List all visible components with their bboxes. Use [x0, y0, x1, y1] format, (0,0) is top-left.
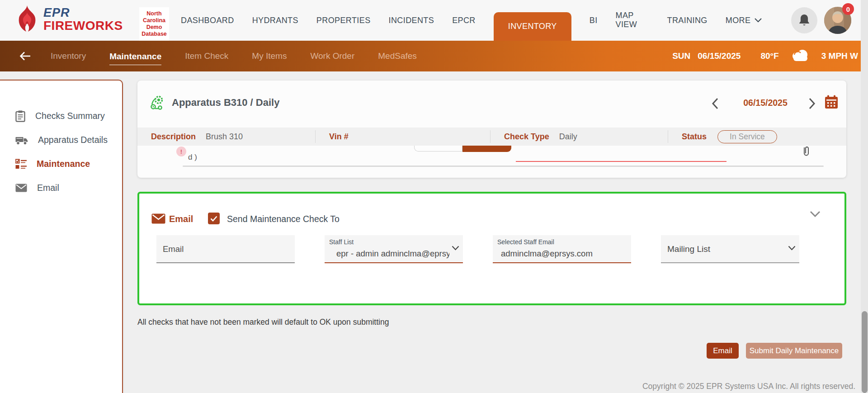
- chevron-down-icon: [788, 246, 796, 251]
- nav-bi[interactable]: BI: [590, 16, 598, 25]
- notification-count-badge: 0: [842, 3, 854, 15]
- mailing-list-select[interactable]: Mailing List: [661, 235, 799, 263]
- cloud-icon: [790, 49, 811, 63]
- apparatus-summary-row: Description Brush 310 Vin # Check Type D…: [137, 128, 846, 146]
- back-arrow-icon[interactable]: [19, 51, 31, 62]
- mailing-list-value: Mailing List: [667, 244, 710, 254]
- subnav-medsafes[interactable]: MedSafes: [378, 51, 417, 61]
- nav-incidents[interactable]: INCIDENTS: [389, 16, 434, 25]
- copyright-text: Copyright © 2025 EPR Systems USA Inc. Al…: [642, 382, 855, 391]
- user-avatar[interactable]: 0: [824, 7, 851, 34]
- nav-properties[interactable]: PROPERTIES: [316, 16, 371, 25]
- truck-icon: [15, 135, 28, 145]
- paperclip-icon[interactable]: [801, 146, 811, 157]
- weather-temperature: 80°F: [760, 51, 778, 61]
- nav-dashboard[interactable]: DASHBOARD: [181, 16, 234, 25]
- flame-logo-icon: [16, 5, 39, 33]
- submit-daily-maintenance-button[interactable]: Submit Daily Maintenance: [746, 343, 842, 359]
- sidebar-label: Apparatus Details: [38, 135, 108, 145]
- engine-icon: [150, 95, 165, 110]
- apparatus-card-header: Apparatus B310 / Daily 06/15/2025: [137, 80, 846, 128]
- selected-staff-email-value: adminclma@eprsys.com: [501, 249, 614, 259]
- staff-list-value: epr - admin adminclma@eprsys...: [336, 249, 449, 259]
- sidebar-item-maintenance[interactable]: Maintenance: [0, 152, 122, 176]
- scrollbar-thumb[interactable]: [862, 311, 868, 393]
- description-value: Brush 310: [206, 132, 243, 142]
- check-type-value: Daily: [559, 132, 577, 142]
- date-prev-button[interactable]: [712, 98, 719, 109]
- check-toggle-left-button[interactable]: [414, 146, 462, 152]
- email-fields-row: Email Staff List epr - admin adminclma@e…: [156, 235, 799, 263]
- nav-more[interactable]: MORE: [726, 16, 762, 25]
- nav-epcr[interactable]: EPCR: [452, 16, 476, 25]
- selected-staff-email-field[interactable]: Selected Staff Email adminclma@eprsys.co…: [493, 235, 631, 263]
- weather-date: 06/15/2025: [698, 51, 741, 61]
- sidebar-item-email[interactable]: Email: [0, 176, 122, 200]
- envelope-icon: [15, 184, 27, 192]
- description-label: Description: [151, 132, 196, 142]
- partial-check-row: ! d ): [137, 146, 846, 168]
- brand-logo[interactable]: EPR FIREWORKS: [16, 5, 123, 33]
- nav-inventory-active[interactable]: INVENTORY: [494, 12, 571, 41]
- status-field: Status In Service: [668, 130, 846, 143]
- staff-list-select[interactable]: Staff List epr - admin adminclma@eprsys.…: [325, 235, 463, 263]
- subnav-my-items[interactable]: My Items: [252, 51, 287, 61]
- calendar-icon[interactable]: [825, 95, 838, 109]
- clipboard-icon: [15, 110, 25, 122]
- check-item-text: d ): [188, 153, 197, 162]
- nav-training[interactable]: TRAINING: [667, 16, 708, 25]
- weather-day: SUN: [672, 51, 690, 61]
- chevron-down-icon: [452, 246, 459, 251]
- logo-text-epr: EPR: [43, 7, 123, 19]
- nav-hydrants[interactable]: HYDRANTS: [252, 16, 298, 25]
- subnav-inventory[interactable]: Inventory: [51, 51, 86, 61]
- chevron-down-icon: [755, 18, 762, 23]
- vin-field: Vin #: [316, 130, 491, 143]
- top-header: EPR FIREWORKS North Carolina Demo Databa…: [0, 0, 868, 41]
- date-next-button[interactable]: [808, 98, 816, 109]
- description-field: Description Brush 310: [137, 130, 316, 143]
- weather-wind: 3 MPH W: [821, 51, 858, 61]
- collapse-section-chevron[interactable]: [810, 211, 821, 217]
- check-type-label: Check Type: [504, 132, 549, 142]
- email-button[interactable]: Email: [707, 343, 739, 359]
- subnav-work-order[interactable]: Work Order: [310, 51, 354, 61]
- subnav-items: Inventory Maintenance Item Check My Item…: [51, 41, 417, 71]
- status-label: Status: [682, 132, 707, 142]
- page-title: Apparatus B310 / Daily: [172, 97, 279, 109]
- selected-staff-email-label: Selected Staff Email: [497, 238, 554, 246]
- notifications-button[interactable]: [791, 7, 817, 33]
- logo-text-fireworks: FIREWORKS: [43, 19, 123, 32]
- staff-list-label: Staff List: [329, 238, 354, 246]
- subnav-maintenance-active[interactable]: Maintenance: [109, 52, 161, 65]
- email-envelope-icon: [151, 213, 165, 224]
- nav-map-view[interactable]: MAP VIEW: [616, 11, 649, 29]
- sidebar-item-apparatus-details[interactable]: Apparatus Details: [0, 128, 122, 152]
- row-divider: [183, 166, 824, 167]
- validation-underline: [516, 161, 726, 162]
- maintenance-sidebar: Checks Summary Apparatus Details: [0, 80, 123, 393]
- sidebar-label: Checks Summary: [35, 111, 105, 121]
- send-check-checkbox[interactable]: [208, 213, 220, 224]
- scrollbar-track[interactable]: [861, 0, 868, 393]
- current-date[interactable]: 06/15/2025: [736, 98, 795, 108]
- email-input-placeholder: Email: [163, 244, 184, 254]
- demo-database-badge: North Carolina Demo Database: [139, 7, 169, 41]
- sidebar-label: Maintenance: [37, 159, 90, 169]
- default-ok-note: All checks that have not been marked wil…: [137, 317, 389, 327]
- app-screen: EPR FIREWORKS North Carolina Demo Databa…: [0, 0, 868, 393]
- required-alert-icon: !: [176, 147, 186, 156]
- sidebar-item-checks-summary[interactable]: Checks Summary: [0, 104, 122, 128]
- subnav-item-check[interactable]: Item Check: [185, 51, 228, 61]
- check-type-field: Check Type Daily: [491, 130, 668, 143]
- checklist-icon: [15, 159, 27, 170]
- email-section-card: Email Send Maintenance Check To Email St…: [137, 192, 846, 305]
- check-toggle-right-button[interactable]: [462, 146, 511, 152]
- send-check-label: Send Maintenance Check To: [227, 214, 340, 224]
- email-section-title: Email: [169, 214, 193, 224]
- email-input[interactable]: Email: [156, 235, 295, 263]
- check-icon: [210, 216, 217, 222]
- nav-more-label: MORE: [726, 16, 751, 25]
- main-nav: DASHBOARD HYDRANTS PROPERTIES INCIDENTS …: [181, 0, 762, 41]
- sidebar-label: Email: [37, 183, 59, 193]
